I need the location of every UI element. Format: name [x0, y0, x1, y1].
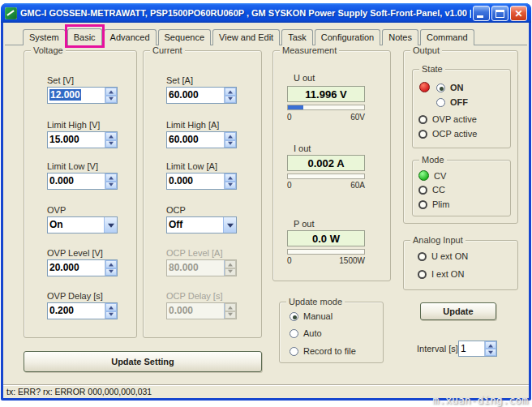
output-on-radio[interactable]: ON: [436, 83, 464, 92]
voltage-limit-low-label: Limit Low [V]: [47, 161, 118, 171]
update-setting-button[interactable]: Update Setting: [24, 351, 262, 372]
spinner-down-button[interactable]: [105, 96, 117, 104]
current-set-input[interactable]: 60.000: [166, 87, 237, 104]
spinner-up-button[interactable]: [105, 174, 117, 182]
interval-input[interactable]: 1: [458, 341, 497, 357]
current-group: Current Set [A] 60.000 Limit High [A] 60: [143, 50, 262, 338]
p-out-display: 0.0 W: [287, 230, 365, 246]
ovp-select[interactable]: On: [47, 216, 118, 233]
tab-system[interactable]: System: [23, 29, 66, 45]
tab-task[interactable]: Task: [281, 29, 313, 45]
p-out-scale-min: 0: [287, 256, 292, 265]
spinner-down-button[interactable]: [105, 311, 117, 319]
voltage-limit-high-input[interactable]: 15.000: [47, 131, 118, 148]
ocp-level-spinner: [224, 260, 236, 276]
ocp-level-value: 80.000: [167, 260, 224, 276]
maximize-button[interactable]: [491, 6, 508, 21]
spinner-up-button[interactable]: [105, 303, 117, 311]
update-mode-manual-radio[interactable]: Manual: [290, 311, 332, 321]
spinner-down-button[interactable]: [105, 140, 117, 148]
ovp-active-indicator: OVP active: [418, 114, 477, 124]
screenshot-stage: GMC-I GOSSEN-METRAWATT, PSP1500PO60RU060…: [0, 0, 532, 407]
spinner-up-button[interactable]: [105, 132, 117, 140]
update-button[interactable]: Update: [420, 302, 496, 320]
cv-label: CV: [434, 171, 446, 181]
i-ext-led: [418, 270, 427, 279]
current-limit-high-field: Limit High [A] 60.000: [166, 120, 237, 148]
radio-icon: [290, 329, 298, 338]
spinner-up-button[interactable]: [105, 88, 117, 96]
minimize-button[interactable]: [473, 6, 490, 21]
chevron-down-icon[interactable]: [223, 217, 236, 233]
voltage-limit-low-value: 0.000: [48, 174, 105, 189]
plim-indicator: Plim: [418, 199, 449, 209]
tab-sequence[interactable]: Sequence: [158, 29, 212, 45]
voltage-set-value: 12.000: [49, 89, 81, 101]
spinner-up-button[interactable]: [225, 174, 236, 182]
tab-command[interactable]: Command: [420, 29, 474, 45]
spinner-up-button[interactable]: [225, 88, 236, 96]
spinner-up-button[interactable]: [485, 341, 496, 349]
window-title: GMC-I GOSSEN-METRAWATT, PSP1500PO60RU060…: [20, 8, 471, 18]
spinner-up-button: [225, 260, 236, 268]
ocp-delay-value: 0.000: [167, 303, 224, 319]
analog-input-group: Analog Input U ext ON I ext ON: [403, 240, 518, 290]
spinner-down-button[interactable]: [485, 349, 496, 356]
close-button[interactable]: ✕: [510, 6, 527, 21]
i-out-scale: 0 60A: [287, 181, 365, 190]
tab-notes[interactable]: Notes: [382, 29, 418, 45]
update-mode-record-radio[interactable]: Record to file: [290, 346, 356, 356]
ocp-value: Off: [167, 217, 223, 233]
cv-led: [418, 170, 429, 181]
spinner-down-button: [225, 268, 236, 276]
ovp-delay-input[interactable]: 0.200: [47, 302, 118, 319]
mode-group: Mode CV CC Plim: [412, 160, 511, 216]
current-set-label: Set [A]: [166, 75, 237, 85]
i-out-display: 0.002 A: [287, 155, 365, 171]
ovp-level-input[interactable]: 20.000: [47, 259, 118, 276]
close-icon: ✕: [511, 6, 526, 20]
update-mode-manual-label: Manual: [303, 311, 332, 321]
voltage-set-field: Set [V] 12.000: [47, 75, 118, 104]
p-out-scale-max: 1500W: [339, 256, 365, 265]
tab-configuration[interactable]: Configuration: [315, 29, 380, 45]
ocp-level-label: OCP Level [A]: [166, 248, 237, 258]
ovp-active-led: [418, 115, 427, 124]
voltage-set-input[interactable]: 12.000: [47, 87, 118, 104]
u-out-scale-max: 60V: [350, 113, 365, 122]
ocp-delay-input: 0.000: [166, 302, 237, 319]
current-set-value: 60.000: [167, 88, 224, 103]
ovp-level-value: 20.000: [48, 260, 105, 276]
voltage-group: Voltage Set [V] 12.000 Limit High [V] 15: [24, 50, 137, 338]
ovp-active-label: OVP active: [432, 114, 477, 124]
spinner-up-button[interactable]: [225, 132, 236, 140]
voltage-set-spinner: [105, 88, 117, 103]
current-limit-high-input[interactable]: 60.000: [166, 131, 237, 148]
ocp-select[interactable]: Off: [166, 216, 237, 233]
spinner-down-button[interactable]: [105, 182, 117, 190]
update-mode-auto-radio[interactable]: Auto: [290, 328, 322, 338]
voltage-limit-low-input[interactable]: 0.000: [47, 173, 118, 190]
tab-basic-label: Basic: [74, 32, 96, 42]
u-out-label: U out: [294, 73, 315, 83]
chevron-down-icon[interactable]: [104, 217, 117, 233]
spinner-down-button[interactable]: [105, 268, 117, 276]
spinner-down-button[interactable]: [225, 96, 236, 104]
ocp-field: OCP Off: [166, 205, 237, 233]
spinner-up-button[interactable]: [105, 260, 117, 268]
i-out-scale-max: 60A: [350, 181, 365, 190]
voltage-limit-high-label: Limit High [V]: [47, 120, 118, 130]
interval-value: 1: [459, 341, 484, 356]
u-out-bar-fill: [288, 105, 303, 109]
tab-view-and-edit[interactable]: View and Edit: [212, 29, 280, 45]
tab-advanced[interactable]: Advanced: [104, 29, 157, 45]
spinner-down-button[interactable]: [225, 182, 236, 190]
current-limit-low-input[interactable]: 0.000: [166, 173, 237, 190]
u-out-scale-min: 0: [287, 113, 292, 122]
tab-basic[interactable]: Basic: [67, 28, 102, 45]
u-out-scale: 0 60V: [287, 113, 365, 122]
ocp-level-input: 80.000: [166, 259, 237, 276]
output-off-radio[interactable]: OFF: [436, 97, 468, 107]
spinner-down-button[interactable]: [225, 140, 236, 148]
current-limit-high-spinner: [224, 132, 236, 148]
